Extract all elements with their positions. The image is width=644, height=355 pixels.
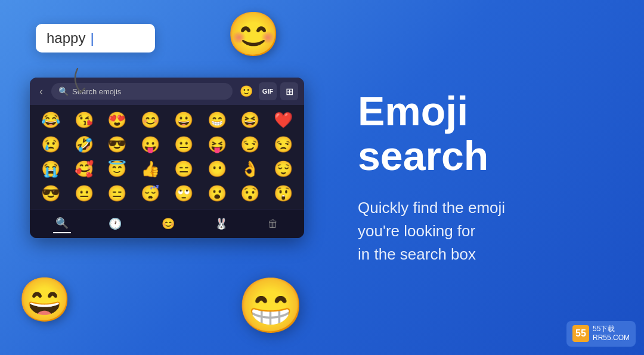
keyboard-panel: ‹ 🔍 Search emojis 🙂 GIF ⊞ 😂 😘 � <box>30 78 304 238</box>
nav-trash[interactable]: 🗑 <box>265 215 281 233</box>
topbar-icons: 🙂 GIF ⊞ <box>237 82 298 100</box>
nav-animals[interactable]: 🐰 <box>212 215 230 233</box>
main-container: happy 😊 ‹ 🔍 Search emojis 🙂 <box>0 0 644 355</box>
emoji-cell[interactable]: 😑 <box>168 158 200 181</box>
emoji-cell[interactable]: 🙄 <box>168 182 200 205</box>
emoji-cell[interactable]: 😶 <box>201 158 233 181</box>
emoji-cell[interactable]: 😇 <box>101 158 134 181</box>
emoji-cell[interactable]: 🤣 <box>68 133 100 156</box>
watermark: 55 55下载 RR55.COM <box>566 321 636 347</box>
emoji-cell[interactable]: 😘 <box>68 109 100 132</box>
sticker-button[interactable]: ⊞ <box>280 82 298 100</box>
emoji-cell[interactable]: 😁 <box>201 109 233 132</box>
title-line1: Emoji <box>358 89 608 134</box>
emoji-grid: 😂 😘 😍 😊 😀 😁 😆 ❤️ 😢 🤣 😎 😛 😐 😝 😏 😒 😭 <box>30 105 304 209</box>
watermark-icon: 55 <box>572 325 589 342</box>
emoji-cell[interactable]: 😒 <box>267 133 299 156</box>
emoji-cell[interactable]: 👌 <box>234 158 267 181</box>
sub-description: Quickly find the emojiyou're looking for… <box>358 196 608 266</box>
nav-recent[interactable]: 🕐 <box>106 215 124 233</box>
emoji-cell[interactable]: 😢 <box>35 133 67 156</box>
emoji-cell[interactable]: 😍 <box>101 109 134 132</box>
emoji-float-top: 😊 <box>227 9 280 60</box>
watermark-text: 55下载 RR55.COM <box>593 325 630 343</box>
emoji-cell[interactable]: 😏 <box>234 133 267 156</box>
gif-label: GIF <box>262 88 273 95</box>
emoji-cell[interactable]: 😊 <box>134 109 166 132</box>
emoji-cell[interactable]: 😎 <box>35 182 67 205</box>
search-box-float[interactable]: happy <box>36 24 155 53</box>
keyboard-bottom-nav: 🔍 🕐 😊 🐰 🗑 <box>30 209 304 238</box>
title-line2: search <box>358 134 608 178</box>
emoji-cell[interactable]: 🥰 <box>68 158 100 181</box>
emoji-cell[interactable]: 😮 <box>201 182 233 205</box>
emoji-cell[interactable]: 😌 <box>267 158 299 181</box>
emoji-cell[interactable]: 😭 <box>35 158 67 181</box>
search-float-value: happy <box>47 30 85 47</box>
smiley-button[interactable]: 🙂 <box>237 82 255 100</box>
emoji-float-bottom-right: 😁 <box>237 274 304 337</box>
emoji-cell[interactable]: 😯 <box>234 182 267 205</box>
emoji-cell[interactable]: 👍 <box>134 158 166 181</box>
emoji-float-bottom-left: 😄 <box>18 274 72 325</box>
gif-button[interactable]: GIF <box>259 82 277 100</box>
emoji-cell[interactable]: 😝 <box>201 133 233 156</box>
emoji-cell[interactable]: 😂 <box>35 109 67 132</box>
arrow-indicator <box>66 63 101 101</box>
back-button[interactable]: ‹ <box>36 84 47 99</box>
emoji-cell[interactable]: 😎 <box>101 133 134 156</box>
emoji-cell[interactable]: 😛 <box>134 133 166 156</box>
emoji-cell[interactable]: 😆 <box>234 109 267 132</box>
emoji-cell[interactable]: 😑 <box>101 182 134 205</box>
emoji-cell[interactable]: 😀 <box>168 109 200 132</box>
emoji-cell[interactable]: 😴 <box>134 182 166 205</box>
main-title: Emoji search <box>358 89 608 178</box>
right-panel: Emoji search Quickly find the emojiyou'r… <box>334 53 644 302</box>
emoji-cell[interactable]: 😲 <box>267 182 299 205</box>
nav-smiley[interactable]: 😊 <box>159 215 177 233</box>
emoji-cell[interactable]: 😐 <box>168 133 200 156</box>
left-panel: happy 😊 ‹ 🔍 Search emojis 🙂 <box>0 0 334 355</box>
emoji-heart[interactable]: ❤️ <box>267 109 299 132</box>
nav-search[interactable]: 🔍 <box>53 214 71 233</box>
emoji-cell[interactable]: 😐 <box>68 182 100 205</box>
